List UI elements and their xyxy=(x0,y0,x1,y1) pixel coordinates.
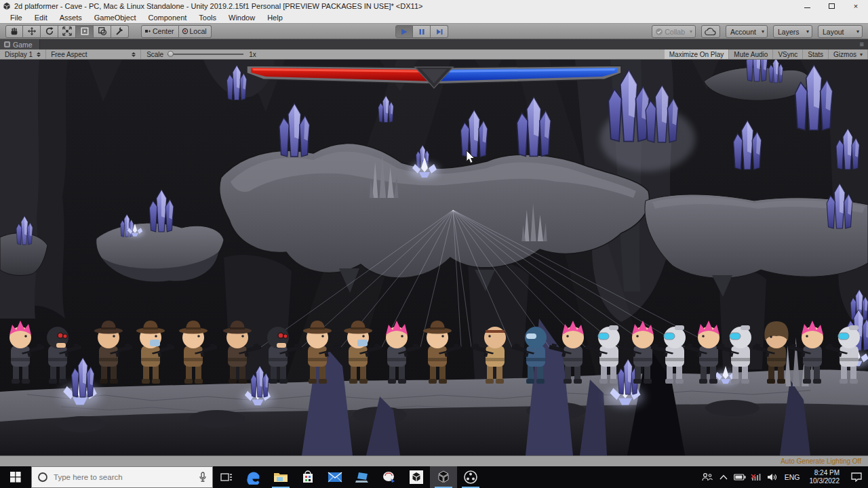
play-controls xyxy=(395,25,448,38)
close-button[interactable]: × xyxy=(844,0,868,12)
layers-dropdown[interactable]: Layers ▾ xyxy=(773,25,812,38)
move-icon xyxy=(27,26,37,36)
game-view-toggles: Maximize On Play Mute Audio VSync Stats … xyxy=(665,49,868,59)
people-icon[interactable] xyxy=(699,472,715,482)
transform-tool-button[interactable] xyxy=(94,25,111,38)
axis-globe-icon xyxy=(182,28,189,35)
rect-tool-icon xyxy=(80,26,90,36)
collab-check-icon xyxy=(655,28,663,36)
panel-menu-icon[interactable]: ≡ xyxy=(860,40,864,48)
maximize-on-play-toggle[interactable]: Maximize On Play xyxy=(665,49,730,59)
network-disconnected-icon[interactable] xyxy=(748,473,764,481)
clock-date: 10/3/2022 xyxy=(810,477,840,485)
cloud-button[interactable] xyxy=(701,25,720,38)
scale-slider-knob[interactable] xyxy=(167,51,174,57)
tray-expand-chevron[interactable] xyxy=(715,474,732,480)
menu-bar: File Edit Assets GameObject Component To… xyxy=(0,12,868,24)
menu-tools[interactable]: Tools xyxy=(193,14,222,22)
taskbar-app-store[interactable] xyxy=(294,466,321,488)
menu-window[interactable]: Window xyxy=(222,14,261,22)
step-button[interactable] xyxy=(431,25,448,38)
pivot-controls: Center Local xyxy=(141,25,212,38)
mail-icon xyxy=(328,471,342,483)
menu-edit[interactable]: Edit xyxy=(28,14,54,22)
rotate-tool-button[interactable] xyxy=(41,25,58,38)
collab-button[interactable]: Collab ▾ xyxy=(652,25,696,38)
system-tray: ENG 8:24 PM 10/3/2022 xyxy=(699,466,868,488)
menu-component[interactable]: Component xyxy=(142,14,193,22)
clock-time: 8:24 PM xyxy=(810,469,840,477)
windows-logo-icon xyxy=(10,472,21,483)
scale-value: 1x xyxy=(249,51,256,58)
popup-arrows-icon xyxy=(132,52,136,57)
aspect-dropdown[interactable]: Free Aspect xyxy=(46,49,141,59)
hand-icon xyxy=(9,26,19,36)
maximize-button[interactable] xyxy=(819,0,844,12)
hand-tool-button[interactable] xyxy=(5,25,23,38)
menu-gameobject[interactable]: GameObject xyxy=(88,14,142,22)
unity-window: 2d platformer - Cave - PC, Mac & Linux S… xyxy=(0,0,868,488)
battery-icon[interactable] xyxy=(732,474,748,481)
mute-audio-toggle[interactable]: Mute Audio xyxy=(729,49,773,59)
start-button[interactable] xyxy=(0,466,31,488)
taskbar-app-file-explorer[interactable] xyxy=(267,466,294,488)
taskbar-app-connect[interactable] xyxy=(349,466,376,488)
stats-toggle[interactable]: Stats xyxy=(803,49,829,59)
menu-help[interactable]: Help xyxy=(261,14,289,22)
scale-control: Scale 1x xyxy=(146,51,256,58)
vsync-toggle[interactable]: VSync xyxy=(773,49,803,59)
game-viewport xyxy=(0,60,868,455)
popup-arrows-icon xyxy=(37,52,41,57)
task-view-button[interactable] xyxy=(213,466,240,488)
menu-file[interactable]: File xyxy=(4,14,28,22)
file-explorer-icon xyxy=(273,471,288,483)
taskbar-app-obs[interactable] xyxy=(457,466,484,488)
step-icon xyxy=(435,28,443,36)
play-button[interactable] xyxy=(395,25,413,38)
minimize-button[interactable] xyxy=(795,0,819,12)
layout-dropdown[interactable]: Layout ▾ xyxy=(818,25,863,38)
pivot-local-button[interactable]: Local xyxy=(179,25,212,38)
tab-game[interactable]: Game xyxy=(0,39,40,49)
taskbar-app-paint3d[interactable] xyxy=(376,466,403,488)
language-indicator[interactable]: ENG xyxy=(781,473,804,481)
unity-app-icon xyxy=(3,2,11,10)
game-view-canvas[interactable] xyxy=(0,60,868,455)
pause-button[interactable] xyxy=(413,25,431,38)
scale-label: Scale xyxy=(146,51,163,58)
custom-tool-button[interactable] xyxy=(111,25,129,38)
menu-assets[interactable]: Assets xyxy=(54,14,88,22)
display-dropdown[interactable]: Display 1 xyxy=(0,49,46,59)
taskbar-app-unity[interactable] xyxy=(430,466,457,488)
gizmos-dropdown[interactable]: Gizmos ▾ xyxy=(829,49,868,59)
scale-tool-button[interactable] xyxy=(58,25,76,38)
edge-browser-icon xyxy=(246,470,261,485)
unity-toolbar: Center Local xyxy=(0,24,868,39)
game-view-icon xyxy=(4,41,10,47)
lighting-status: Auto Generate Lighting Off xyxy=(781,458,861,465)
toolbar-right: Collab ▾ Account ▾ Layers ▾ Layout ▾ xyxy=(652,25,863,38)
taskbar-app-edge[interactable] xyxy=(240,466,267,488)
action-center-button[interactable] xyxy=(845,472,868,482)
pause-icon xyxy=(418,28,426,36)
microphone-icon[interactable] xyxy=(199,472,207,483)
taskbar-clock[interactable]: 8:24 PM 10/3/2022 xyxy=(804,469,846,485)
pivot-icon xyxy=(144,28,151,35)
search-input[interactable] xyxy=(54,473,193,481)
scale-icon xyxy=(62,26,72,36)
title-bar: 2d platformer - Cave - PC, Mac & Linux S… xyxy=(0,0,868,12)
pivot-center-button[interactable]: Center xyxy=(141,25,179,38)
taskbar-search[interactable] xyxy=(31,466,213,488)
game-control-bar: Display 1 Free Aspect Scale 1x Maximize … xyxy=(0,49,868,60)
rect-tool-button[interactable] xyxy=(76,25,94,38)
transform-tool-icon xyxy=(98,26,107,36)
move-tool-button[interactable] xyxy=(23,25,41,38)
task-view-icon xyxy=(220,471,233,483)
volume-icon[interactable] xyxy=(764,473,781,481)
rotate-icon xyxy=(45,26,54,36)
taskbar-app-mail[interactable] xyxy=(321,466,349,488)
scale-slider[interactable] xyxy=(167,54,243,55)
unity-hub-icon xyxy=(409,470,424,485)
account-dropdown[interactable]: Account ▾ xyxy=(726,25,768,38)
taskbar-app-unity-hub[interactable] xyxy=(403,466,430,488)
